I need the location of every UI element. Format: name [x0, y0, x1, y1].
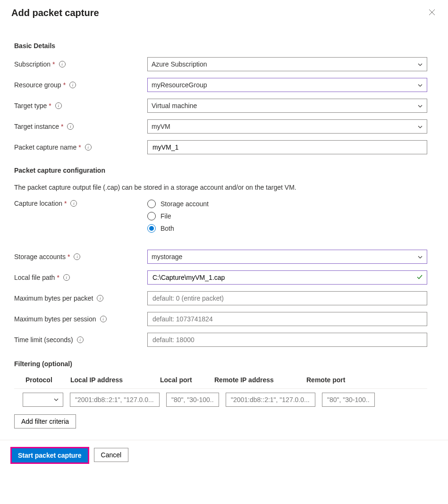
filter-head-local-port: Local port — [160, 376, 214, 384]
subscription-select[interactable]: Azure Subscription — [147, 57, 427, 71]
filter-head-local-ip: Local IP address — [70, 376, 160, 384]
info-icon[interactable]: i — [85, 144, 92, 151]
capture-location-label: Capture location* i — [14, 200, 147, 207]
filter-protocol-select[interactable] — [23, 393, 63, 407]
info-icon[interactable]: i — [100, 316, 107, 322]
storage-accounts-select[interactable]: mystorage — [147, 250, 427, 264]
info-icon[interactable]: i — [70, 200, 77, 207]
target-type-label: Target type* i — [14, 102, 147, 109]
filter-head-protocol: Protocol — [25, 376, 70, 384]
chevron-down-icon — [417, 82, 423, 88]
info-icon[interactable]: i — [55, 102, 62, 109]
storage-accounts-label: Storage accounts* i — [14, 253, 147, 260]
max-bytes-session-input[interactable] — [147, 312, 427, 326]
filter-local-port-input[interactable] — [166, 393, 219, 407]
chevron-down-icon — [417, 103, 423, 109]
local-file-path-label: Local file path* i — [14, 274, 147, 281]
close-icon[interactable] — [428, 8, 436, 16]
info-icon[interactable]: i — [77, 336, 84, 343]
target-instance-select[interactable]: myVM — [147, 119, 427, 134]
section-basic-details: Basic Details — [14, 42, 427, 50]
info-icon[interactable]: i — [67, 123, 74, 130]
target-type-select[interactable]: Virtual machine — [147, 99, 427, 113]
filter-local-ip-input[interactable] — [70, 393, 160, 407]
chevron-down-icon — [53, 397, 59, 403]
filter-grid: Protocol Local IP address Local port Rem… — [14, 376, 427, 428]
resource-group-label: Resource group* i — [14, 81, 147, 89]
info-icon[interactable]: i — [97, 295, 103, 302]
max-bytes-session-label: Maximum bytes per session i — [14, 315, 147, 323]
info-icon[interactable]: i — [63, 274, 70, 281]
info-icon[interactable]: i — [69, 82, 76, 88]
section-filtering: Filtering (optional) — [14, 360, 427, 368]
time-limit-input[interactable] — [147, 333, 427, 347]
target-instance-label: Target instance* i — [14, 123, 147, 130]
config-description: The packet capture output file (.cap) ca… — [14, 184, 427, 191]
max-bytes-packet-label: Maximum bytes per packet i — [14, 294, 147, 302]
chevron-down-icon — [417, 254, 423, 260]
packet-capture-name-input[interactable] — [147, 140, 427, 154]
chevron-down-icon — [417, 61, 423, 67]
capture-location-radio-both[interactable]: Both — [147, 224, 427, 233]
subscription-label: Subscription* i — [14, 60, 147, 68]
local-file-path-input[interactable] — [147, 270, 427, 285]
panel-title: Add packet capture — [11, 8, 437, 18]
time-limit-label: Time limit (seconds) i — [14, 336, 147, 344]
add-filter-criteria-button[interactable]: Add filter criteria — [14, 414, 76, 428]
capture-location-radio-file[interactable]: File — [147, 212, 427, 220]
filter-head-remote-ip: Remote IP address — [214, 376, 306, 384]
resource-group-select[interactable]: myResourceGroup — [147, 78, 427, 92]
chevron-down-icon — [417, 124, 423, 129]
cancel-button[interactable]: Cancel — [94, 448, 129, 462]
info-icon[interactable]: i — [59, 61, 66, 67]
filter-head-remote-port: Remote port — [306, 376, 361, 384]
capture-location-radio-storage[interactable]: Storage account — [147, 200, 427, 208]
checkmark-icon — [416, 274, 423, 282]
filter-remote-ip-input[interactable] — [226, 393, 315, 407]
max-bytes-packet-input[interactable] — [147, 291, 427, 305]
section-config: Packet capture configuration — [14, 167, 427, 174]
filter-remote-port-input[interactable] — [322, 393, 375, 407]
info-icon[interactable]: i — [74, 253, 80, 260]
packet-capture-name-label: Packet capture name* i — [14, 143, 147, 151]
start-packet-capture-button[interactable]: Start packet capture — [11, 448, 88, 463]
